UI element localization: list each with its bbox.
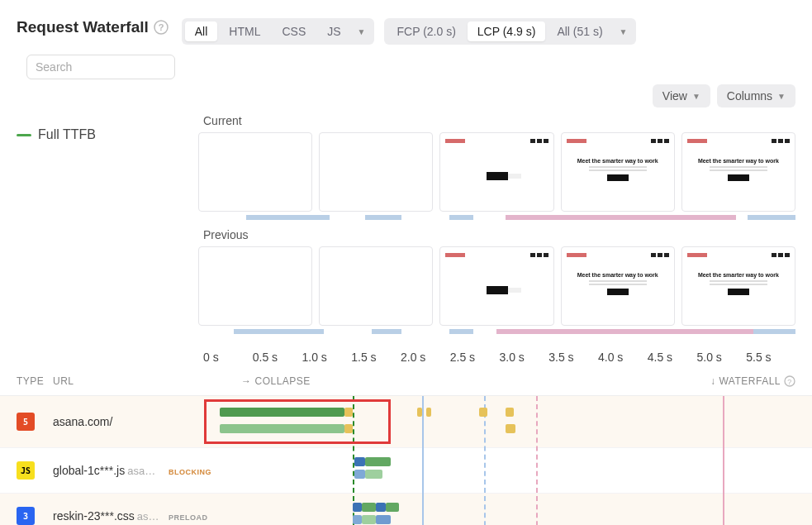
header: Request Waterfall ? All HTML CSS JS ▼ FC… (0, 0, 812, 88)
hero-text: Meet the smarter way to work (568, 158, 667, 164)
time-axis: 0 s0.5 s1.0 s1.5 s2.0 s2.5 s3.0 s3.5 s4.… (198, 351, 795, 364)
page-title: Request Waterfall ? (17, 18, 169, 36)
filter-metric-fcp[interactable]: FCP (2.0 s) (387, 21, 466, 41)
content: Current Meet the smarter way to work Mee… (198, 114, 812, 364)
column-waterfall[interactable]: ↓ WATERFALL ? (710, 375, 795, 387)
filmstrip-previous: Meet the smarter way to work Meet the sm… (198, 246, 795, 326)
url-cell: reskin-23***.cssas… (53, 509, 169, 523)
filter-type-all[interactable]: All (185, 21, 218, 41)
filmstrip-frame[interactable]: Meet the smarter way to work (561, 246, 675, 326)
time-tick: 2.0 s (401, 351, 450, 364)
js-icon: JS (17, 461, 53, 480)
table-row[interactable]: 5asana.com/ (0, 396, 812, 448)
chevron-down-icon: ▼ (777, 92, 786, 101)
filter-metric-more-icon[interactable]: ▼ (615, 27, 633, 36)
column-collapse-label: COLLAPSE (255, 375, 311, 387)
time-tick: 3.0 s (500, 351, 549, 364)
legend-full-ttfb: Full TTFB (17, 127, 198, 142)
filmstrip-previous-label: Previous (198, 228, 795, 241)
html-icon: 5 (17, 413, 53, 431)
waterfall-cell (215, 455, 795, 486)
secondary-actions: View ▼ Columns ▼ (0, 84, 812, 114)
time-tick: 4.5 s (648, 351, 697, 364)
filter-type-more-icon[interactable]: ▼ (353, 27, 371, 36)
filmstrip-frame[interactable] (319, 246, 433, 326)
time-tick: 5.5 s (746, 351, 795, 364)
columns-button-label: Columns (727, 89, 772, 103)
filter-metric-group: FCP (2.0 s) LCP (4.9 s) All (51 s) ▼ (384, 18, 636, 45)
help-icon[interactable]: ? (784, 375, 795, 387)
chevron-down-icon: ▼ (692, 92, 700, 101)
filmstrip-frame[interactable] (319, 132, 433, 212)
time-tick: 5.0 s (697, 351, 747, 364)
view-button[interactable]: View ▼ (653, 84, 710, 107)
legend-full-ttfb-label: Full TTFB (38, 127, 96, 142)
arrow-down-icon: ↓ (710, 375, 716, 387)
page-title-text: Request Waterfall (17, 18, 149, 36)
filter-type-js[interactable]: JS (317, 21, 350, 41)
table-row[interactable]: 3reskin-23***.cssas…PRELOAD (0, 494, 812, 525)
filter-metric-lcp[interactable]: LCP (4.9 s) (468, 21, 546, 41)
filmstrip-current-label: Current (198, 114, 795, 127)
column-collapse[interactable]: → COLLAPSE (241, 375, 311, 387)
filter-type-group: All HTML CSS JS ▼ (182, 18, 374, 45)
filmstrip-frame[interactable] (439, 246, 553, 326)
legend-swatch-icon (17, 134, 31, 136)
tag-cell: PRELOAD (169, 509, 215, 523)
speedindex-current (198, 215, 795, 220)
help-icon[interactable]: ? (154, 20, 169, 35)
tag-cell: BLOCKING (169, 464, 215, 477)
hero-text: Meet the smarter way to work (568, 272, 667, 278)
time-tick: 3.5 s (548, 351, 598, 364)
rows: 5asana.com/JSglobal-1c***.jsasa…BLOCKING… (0, 396, 812, 525)
sidebar: Full TTFB (0, 114, 198, 364)
filmstrip-frame[interactable]: Meet the smarter way to work (561, 132, 675, 212)
filter-type-css[interactable]: CSS (272, 21, 316, 41)
filmstrip-current: Meet the smarter way to work Meet the sm… (198, 132, 795, 212)
main: Full TTFB Current Meet the smarter way t… (0, 114, 812, 364)
filmstrip-frame[interactable] (198, 246, 312, 326)
css-icon: 3 (17, 507, 53, 525)
time-tick: 1.0 s (302, 351, 352, 364)
url-cell: asana.com/ (53, 415, 169, 428)
column-url[interactable]: URL (53, 375, 215, 387)
svg-text:?: ? (787, 378, 792, 386)
table-header: TYPE URL → COLLAPSE ↓ WATERFALL ? (0, 364, 812, 396)
column-waterfall-label: WATERFALL (719, 375, 781, 387)
filmstrip-frame[interactable]: Meet the smarter way to work (681, 132, 795, 212)
url-cell: global-1c***.jsasa… (53, 464, 169, 477)
time-tick: 0 s (203, 351, 253, 364)
speedindex-previous (198, 329, 795, 334)
filter-metric-all[interactable]: All (51 s) (547, 21, 612, 41)
filmstrip-previous-block: Previous Meet the smarter way to work Me… (198, 228, 795, 334)
search-input[interactable] (26, 55, 175, 79)
time-tick: 1.5 s (351, 351, 401, 364)
search-wrap (26, 55, 175, 79)
filmstrip-frame[interactable] (198, 132, 312, 212)
time-tick: 2.5 s (450, 351, 500, 364)
waterfall-cell (215, 406, 795, 437)
waterfall-cell (215, 500, 795, 525)
rows-wrap: 5asana.com/JSglobal-1c***.jsasa…BLOCKING… (0, 396, 812, 525)
svg-text:?: ? (158, 22, 164, 32)
time-tick: 4.0 s (598, 351, 648, 364)
filter-type-html[interactable]: HTML (219, 21, 270, 41)
highlight-box (204, 399, 391, 444)
filmstrip-frame[interactable]: Meet the smarter way to work (681, 246, 795, 326)
column-type[interactable]: TYPE (17, 375, 53, 387)
filmstrip-frame[interactable] (439, 132, 553, 212)
arrow-right-icon: → (241, 375, 252, 387)
filmstrip-current-block: Current Meet the smarter way to work Mee… (198, 114, 795, 220)
view-button-label: View (662, 89, 687, 103)
hero-text: Meet the smarter way to work (689, 272, 788, 278)
hero-text: Meet the smarter way to work (689, 158, 788, 164)
columns-button[interactable]: Columns ▼ (717, 84, 795, 107)
time-tick: 0.5 s (253, 351, 302, 364)
table-row[interactable]: JSglobal-1c***.jsasa…BLOCKING (0, 448, 812, 494)
